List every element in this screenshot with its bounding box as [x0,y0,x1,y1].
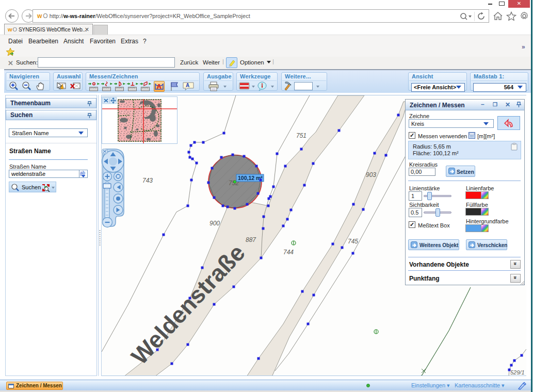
svg-text:745: 745 [348,238,358,245]
svg-text:100,12 m²: 100,12 m² [238,175,263,181]
svg-text:744: 744 [283,249,294,256]
svg-text:A: A [186,83,189,88]
svg-text:903: 903 [366,171,376,178]
svg-text:ab: ab [80,170,85,175]
svg-text:751: 751 [296,132,306,139]
svg-text:A: A [157,83,162,90]
svg-text:529/1: 529/1 [510,369,525,375]
svg-text:887: 887 [246,236,256,243]
svg-text:743: 743 [142,177,153,184]
svg-text:900: 900 [209,220,220,227]
